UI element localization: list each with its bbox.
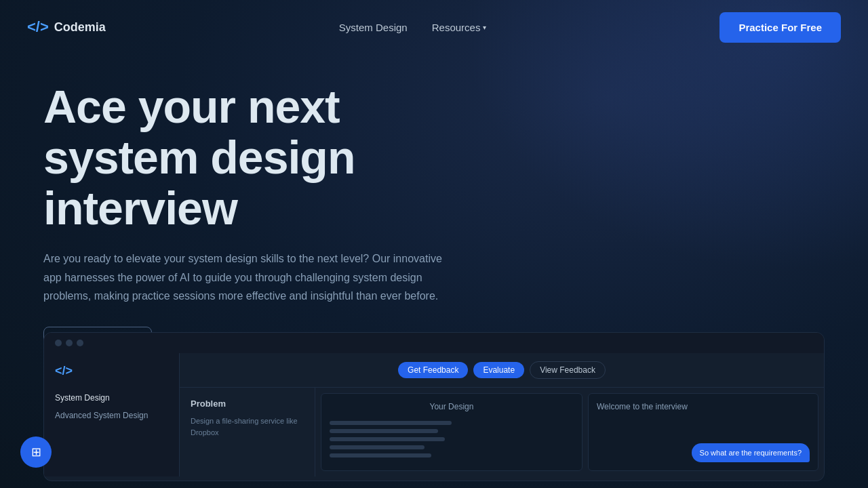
nav-resources[interactable]: Resources ▾ <box>432 22 487 33</box>
view-feedback-button[interactable]: View Feedback <box>530 361 606 379</box>
dot-yellow <box>66 340 73 346</box>
problem-panel: Problem Design a file-sharing service li… <box>180 388 315 476</box>
logo-text: Codemia <box>54 20 106 35</box>
dot-red <box>55 340 62 346</box>
titlebar <box>44 333 824 353</box>
floating-bot-button[interactable]: ⊞ <box>20 436 52 468</box>
bot-icon: ⊞ <box>31 445 41 460</box>
get-feedback-button[interactable]: Get Feedback <box>398 362 468 378</box>
logo-area: </> Codemia <box>27 18 106 36</box>
chat-panel: Welcome to the interview So what are the… <box>588 393 818 471</box>
app-toolbar: Get Feedback Evaluate View Feedback <box>180 353 824 388</box>
practice-free-button[interactable]: Practice For Free <box>719 12 841 43</box>
chat-bubble: So what are the requirements? <box>692 443 810 462</box>
design-line-3 <box>330 437 445 441</box>
design-panel-label: Your Design <box>330 402 574 411</box>
design-line-4 <box>330 445 425 449</box>
app-content: Problem Design a file-sharing service li… <box>180 388 824 476</box>
navbar: </> Codemia System Design Resources ▾ Pr… <box>0 0 868 54</box>
app-preview: </> System Design Advanced System Design… <box>43 332 825 481</box>
hero-subtitle: Are you ready to elevate your system des… <box>43 249 443 305</box>
nav-system-design[interactable]: System Design <box>339 22 408 33</box>
nav-center: System Design Resources ▾ <box>339 22 487 33</box>
chevron-down-icon: ▾ <box>483 24 486 31</box>
dot-green <box>77 340 83 346</box>
logo-icon: </> <box>27 18 49 36</box>
sidebar-item-advanced-system-design[interactable]: Advanced System Design <box>55 407 168 424</box>
problem-panel-title: Problem <box>191 399 304 409</box>
sidebar-logo-icon: </> <box>55 364 168 378</box>
design-line-5 <box>330 453 431 458</box>
sidebar-item-system-design[interactable]: System Design <box>55 389 168 407</box>
app-main: Get Feedback Evaluate View Feedback Prob… <box>180 353 824 476</box>
chat-greeting: Welcome to the interview <box>597 402 810 411</box>
problem-panel-text: Design a file-sharing service like Dropb… <box>191 415 304 438</box>
evaluate-button[interactable]: Evaluate <box>473 362 524 378</box>
app-body: </> System Design Advanced System Design… <box>44 353 824 476</box>
design-panel: Your Design <box>321 393 583 471</box>
hero-title: Ace your next system design interview <box>43 81 491 233</box>
hero-section: Ace your next system design interview Ar… <box>0 54 868 359</box>
design-line-1 <box>330 421 452 425</box>
design-line-2 <box>330 429 438 433</box>
nav-resources-label: Resources <box>432 22 481 33</box>
app-sidebar: </> System Design Advanced System Design <box>44 353 180 476</box>
